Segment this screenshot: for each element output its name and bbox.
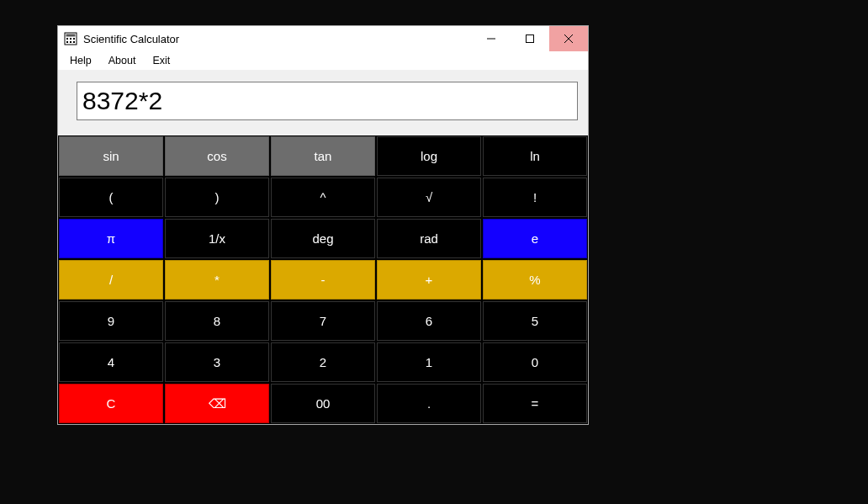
svg-rect-7 — [73, 41, 75, 43]
menu-exit[interactable]: Exit — [144, 53, 178, 68]
display-input[interactable] — [77, 82, 578, 120]
key-pi[interactable]: π — [59, 219, 163, 258]
key-cos[interactable]: cos — [165, 136, 269, 176]
key-power[interactable]: ^ — [271, 178, 375, 217]
svg-rect-6 — [70, 41, 71, 43]
svg-rect-3 — [70, 38, 71, 40]
display-area — [58, 70, 588, 135]
key-5[interactable]: 5 — [483, 301, 587, 341]
svg-rect-1 — [66, 34, 76, 37]
key-4[interactable]: 4 — [59, 342, 163, 382]
menubar: Help About Exit — [58, 51, 588, 70]
svg-rect-4 — [73, 38, 75, 40]
key-00[interactable]: 00 — [271, 384, 375, 423]
key-sin[interactable]: sin — [59, 136, 163, 176]
svg-rect-2 — [66, 38, 68, 40]
key-7[interactable]: 7 — [271, 301, 375, 341]
key-tan[interactable]: tan — [271, 136, 375, 176]
key-2[interactable]: 2 — [271, 342, 375, 382]
key-log[interactable]: log — [377, 136, 481, 176]
key-recip[interactable]: 1/x — [165, 219, 269, 258]
key-equals[interactable]: = — [483, 384, 587, 423]
minimize-button[interactable] — [472, 26, 511, 51]
key-0[interactable]: 0 — [483, 342, 587, 382]
app-icon — [63, 31, 78, 46]
key-rparen[interactable]: ) — [165, 178, 269, 217]
key-9[interactable]: 9 — [59, 301, 163, 341]
key-backspace[interactable]: ⌫ — [165, 384, 269, 423]
key-8[interactable]: 8 — [165, 301, 269, 341]
key-3[interactable]: 3 — [165, 342, 269, 382]
key-minus[interactable]: - — [271, 260, 375, 300]
key-multiply[interactable]: * — [165, 260, 269, 300]
maximize-button[interactable] — [511, 26, 549, 51]
key-dot[interactable]: . — [377, 384, 481, 423]
key-6[interactable]: 6 — [377, 301, 481, 341]
key-e[interactable]: e — [483, 219, 587, 258]
window-title: Scientific Calculator — [83, 33, 179, 45]
key-ln[interactable]: ln — [483, 136, 587, 176]
key-factorial[interactable]: ! — [483, 178, 587, 217]
key-deg[interactable]: deg — [271, 219, 375, 258]
key-rad[interactable]: rad — [377, 219, 481, 258]
calculator-window: Scientific Calculator Help About Exit si… — [57, 25, 589, 425]
menu-help[interactable]: Help — [61, 53, 100, 68]
key-1[interactable]: 1 — [377, 342, 481, 382]
key-clear[interactable]: C — [59, 384, 163, 423]
svg-rect-9 — [527, 35, 534, 43]
key-percent[interactable]: % — [483, 260, 587, 300]
key-divide[interactable]: / — [59, 260, 163, 300]
key-sqrt[interactable]: √ — [377, 178, 481, 217]
svg-rect-5 — [66, 41, 68, 43]
keypad: sin cos tan log ln ( ) ^ √ ! π 1/x deg r… — [58, 135, 588, 424]
titlebar: Scientific Calculator — [58, 26, 588, 51]
menu-about[interactable]: About — [100, 53, 145, 68]
close-button[interactable] — [549, 26, 588, 51]
key-lparen[interactable]: ( — [59, 178, 163, 217]
key-plus[interactable]: + — [377, 260, 481, 300]
